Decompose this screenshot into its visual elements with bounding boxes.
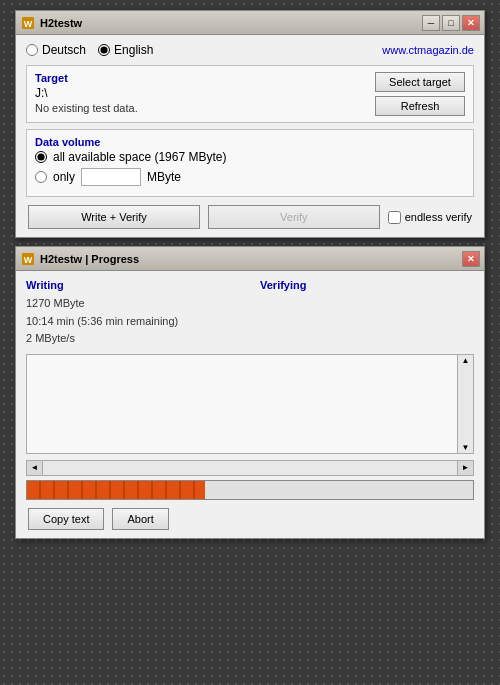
english-label: English (114, 43, 153, 57)
all-space-radio[interactable] (35, 151, 47, 163)
target-label: Target (35, 72, 365, 84)
deutsch-option[interactable]: Deutsch (26, 43, 86, 57)
target-buttons: Select target Refresh (375, 72, 465, 116)
writing-title: Writing (26, 279, 240, 291)
language-options: Deutsch English (26, 43, 153, 57)
verifying-title: Verifying (260, 279, 474, 291)
log-area[interactable]: ▲ ▼ (26, 354, 474, 454)
target-info: Target J:\ No existing test data. (35, 72, 365, 114)
progress-bar-container (26, 480, 474, 500)
writing-stat2: 10:14 min (5:36 min remaining) (26, 313, 240, 331)
english-radio[interactable] (98, 44, 110, 56)
scroll-down-arrow[interactable]: ▼ (462, 443, 470, 452)
progress-window-title: H2testw | Progress (40, 253, 462, 265)
language-row: Deutsch English www.ctmagazin.de (26, 43, 474, 57)
horizontal-scrollbar[interactable]: ◄ ► (26, 460, 474, 476)
progress-app-icon: W (20, 251, 36, 267)
endless-verify-label: endless verify (405, 211, 472, 223)
target-row: Target J:\ No existing test data. Select… (35, 72, 465, 116)
target-status: No existing test data. (35, 102, 365, 114)
title-bar-buttons: ─ □ ✕ (422, 15, 480, 31)
writing-column: Writing 1270 MByte 10:14 min (5:36 min r… (26, 279, 240, 348)
minimize-button[interactable]: ─ (422, 15, 440, 31)
app-icon: W (20, 15, 36, 31)
scroll-right-arrow[interactable]: ► (457, 461, 473, 475)
refresh-button[interactable]: Refresh (375, 96, 465, 116)
scroll-left-arrow[interactable]: ◄ (27, 461, 43, 475)
vertical-scrollbar[interactable]: ▲ ▼ (457, 355, 473, 453)
main-window-content: Deutsch English www.ctmagazin.de Target … (16, 35, 484, 237)
progress-columns: Writing 1270 MByte 10:14 min (5:36 min r… (26, 279, 474, 348)
deutsch-radio[interactable] (26, 44, 38, 56)
endless-verify-option[interactable]: endless verify (388, 211, 472, 224)
write-verify-button[interactable]: Write + Verify (28, 205, 200, 229)
main-title-bar: W H2testw ─ □ ✕ (16, 11, 484, 35)
svg-text:W: W (24, 19, 33, 29)
bottom-row: Copy text Abort (26, 508, 474, 530)
select-target-button[interactable]: Select target (375, 72, 465, 92)
only-option: only MByte (35, 168, 465, 186)
deutsch-label: Deutsch (42, 43, 86, 57)
scroll-up-arrow[interactable]: ▲ (462, 356, 470, 365)
progress-content: Writing 1270 MByte 10:14 min (5:36 min r… (16, 271, 484, 538)
only-radio[interactable] (35, 171, 47, 183)
maximize-button[interactable]: □ (442, 15, 460, 31)
mbyte-label: MByte (147, 170, 181, 184)
progress-bar-fill (27, 481, 205, 499)
svg-text:W: W (24, 255, 33, 265)
data-volume-section: Data volume all available space (1967 MB… (26, 129, 474, 197)
target-section: Target J:\ No existing test data. Select… (26, 65, 474, 123)
action-row: Write + Verify Verify endless verify (26, 205, 474, 229)
progress-title-buttons: ✕ (462, 251, 480, 267)
progress-title-bar: W H2testw | Progress ✕ (16, 247, 484, 271)
copy-text-button[interactable]: Copy text (28, 508, 104, 530)
data-volume-label: Data volume (35, 136, 465, 148)
main-window: W H2testw ─ □ ✕ Deutsch English www.ct (15, 10, 485, 238)
close-button[interactable]: ✕ (462, 15, 480, 31)
progress-window: W H2testw | Progress ✕ Writing 1270 MByt… (15, 246, 485, 539)
writing-stat3: 2 MByte/s (26, 330, 240, 348)
english-option[interactable]: English (98, 43, 153, 57)
main-window-title: H2testw (40, 17, 422, 29)
verifying-column: Verifying (260, 279, 474, 348)
verify-button[interactable]: Verify (208, 205, 380, 229)
abort-button[interactable]: Abort (112, 508, 168, 530)
endless-verify-checkbox[interactable] (388, 211, 401, 224)
website-link[interactable]: www.ctmagazin.de (382, 44, 474, 56)
writing-stat1: 1270 MByte (26, 295, 240, 313)
all-space-option: all available space (1967 MByte) (35, 150, 465, 164)
all-space-label: all available space (1967 MByte) (53, 150, 226, 164)
progress-close-button[interactable]: ✕ (462, 251, 480, 267)
mbyte-input[interactable] (81, 168, 141, 186)
target-path: J:\ (35, 86, 365, 100)
only-label: only (53, 170, 75, 184)
